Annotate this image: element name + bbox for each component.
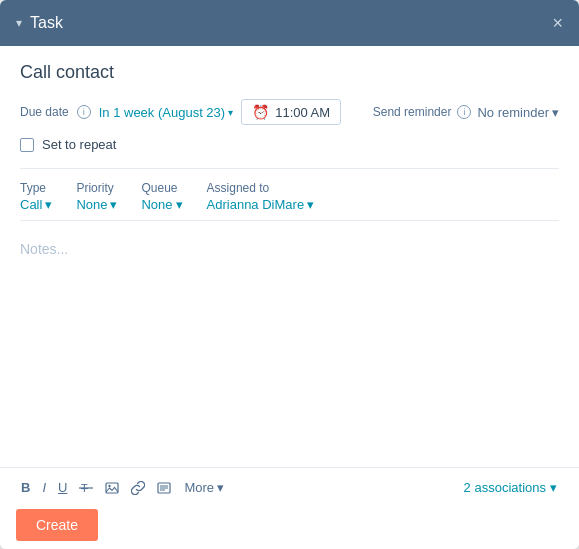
type-field: Type Call ▾ [20, 181, 52, 212]
strikethrough-icon: T [79, 481, 93, 495]
reminder-chevron-icon: ▾ [552, 105, 559, 120]
list-button[interactable] [152, 477, 176, 499]
priority-button[interactable]: None ▾ [76, 197, 117, 212]
assigned-value: Adrianna DiMare [207, 197, 305, 212]
due-date-row: Due date i In 1 week (August 23) ▾ ⏰ 11:… [20, 99, 559, 125]
due-date-label: Due date [20, 105, 69, 119]
create-button[interactable]: Create [16, 509, 98, 541]
due-date-button[interactable]: In 1 week (August 23) ▾ [99, 105, 233, 120]
associations-chevron-icon: ▾ [550, 480, 557, 495]
due-date-value: In 1 week (August 23) [99, 105, 225, 120]
header-collapse-icon[interactable]: ▾ [16, 16, 22, 30]
type-chevron-icon: ▾ [45, 197, 52, 212]
queue-value: None [141, 197, 172, 212]
queue-field: Queue None ▾ [141, 181, 182, 212]
svg-rect-2 [106, 483, 118, 493]
reminder-value: No reminder [477, 105, 549, 120]
assigned-button[interactable]: Adrianna DiMare ▾ [207, 197, 315, 212]
task-modal: ▾ Task × Due date i In 1 week (August 23… [0, 0, 579, 549]
header-left: ▾ Task [16, 14, 63, 32]
divider-2 [20, 220, 559, 221]
assigned-chevron-icon: ▾ [307, 197, 314, 212]
svg-point-3 [109, 484, 111, 486]
divider-1 [20, 168, 559, 169]
toolbar-row: B I U T [16, 476, 563, 499]
type-button[interactable]: Call ▾ [20, 197, 52, 212]
notes-textarea[interactable] [20, 233, 559, 467]
reminder-info-icon[interactable]: i [457, 105, 471, 119]
assigned-label: Assigned to [207, 181, 315, 195]
due-date-group: Due date i In 1 week (August 23) ▾ ⏰ 11:… [20, 99, 341, 125]
image-button[interactable] [100, 477, 124, 499]
type-label: Type [20, 181, 52, 195]
close-button[interactable]: × [552, 14, 563, 32]
reminder-button[interactable]: No reminder ▾ [477, 105, 559, 120]
more-button[interactable]: More ▾ [178, 476, 230, 499]
queue-button[interactable]: None ▾ [141, 197, 182, 212]
queue-label: Queue [141, 181, 182, 195]
associations-button[interactable]: 2 associations ▾ [458, 476, 563, 499]
repeat-checkbox[interactable] [20, 138, 34, 152]
link-icon [131, 481, 145, 495]
priority-value: None [76, 197, 107, 212]
due-date-chevron-icon: ▾ [228, 107, 233, 118]
modal-body: Due date i In 1 week (August 23) ▾ ⏰ 11:… [0, 46, 579, 467]
time-button[interactable]: ⏰ 11:00 AM [241, 99, 341, 125]
type-value: Call [20, 197, 42, 212]
strikethrough-button[interactable]: T [74, 477, 98, 499]
fields-row: Type Call ▾ Priority None ▾ Queue None ▾ [20, 181, 559, 212]
modal-title: Task [30, 14, 63, 32]
list-icon [157, 481, 171, 495]
time-value: 11:00 AM [275, 105, 330, 120]
bold-button[interactable]: B [16, 476, 35, 499]
image-icon [105, 481, 119, 495]
queue-chevron-icon: ▾ [176, 197, 183, 212]
link-button[interactable] [126, 477, 150, 499]
toolbar-left: B I U T [16, 476, 230, 499]
reminder-group: Send reminder i No reminder ▾ [373, 105, 559, 120]
more-chevron-icon: ▾ [217, 480, 224, 495]
underline-button[interactable]: U [53, 476, 72, 499]
modal-header: ▾ Task × [0, 0, 579, 46]
associations-value: 2 associations [464, 480, 546, 495]
clock-icon: ⏰ [252, 104, 269, 120]
priority-field: Priority None ▾ [76, 181, 117, 212]
priority-label: Priority [76, 181, 117, 195]
repeat-row: Set to repeat [20, 137, 559, 152]
footer-actions: Create [16, 509, 563, 541]
italic-button[interactable]: I [37, 476, 51, 499]
task-title-input[interactable] [20, 62, 559, 83]
repeat-label: Set to repeat [42, 137, 116, 152]
priority-chevron-icon: ▾ [110, 197, 117, 212]
reminder-label: Send reminder [373, 105, 452, 119]
more-label: More [184, 480, 214, 495]
due-date-info-icon[interactable]: i [77, 105, 91, 119]
assigned-field: Assigned to Adrianna DiMare ▾ [207, 181, 315, 212]
modal-footer: B I U T [0, 467, 579, 549]
